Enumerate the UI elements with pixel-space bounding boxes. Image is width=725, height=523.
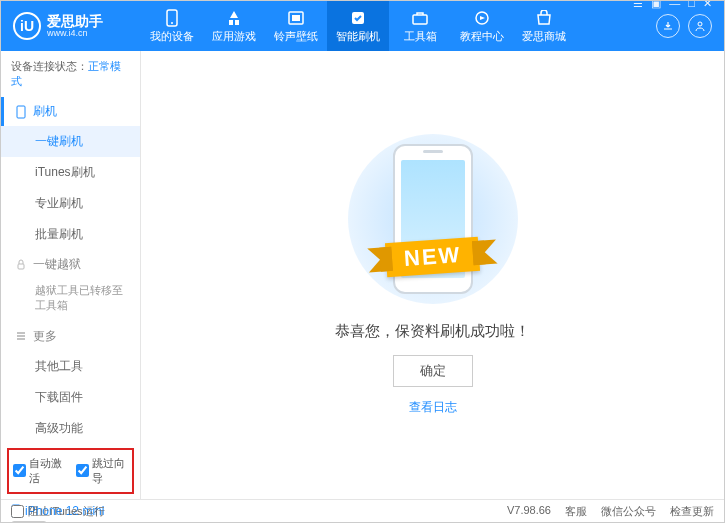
new-ribbon: NEW — [385, 237, 480, 277]
title-bar: iU 爱思助手 www.i4.cn 我的设备 应用游戏 铃声壁纸 智能刷机 工具… — [1, 1, 724, 51]
svg-rect-3 — [292, 15, 300, 21]
logo-area: iU 爱思助手 www.i4.cn — [13, 12, 141, 40]
store-icon — [535, 9, 553, 27]
nav-toolbox[interactable]: 工具箱 — [389, 1, 451, 51]
phone-outline-icon — [15, 105, 27, 119]
close-icon[interactable]: ✕ — [703, 0, 712, 10]
tutorial-icon — [473, 9, 491, 27]
download-button[interactable] — [656, 14, 680, 38]
user-button[interactable] — [688, 14, 712, 38]
sidebar-item-itunes[interactable]: iTunes刷机 — [1, 157, 140, 188]
sidebar-group-jailbreak: 一键越狱 — [1, 250, 140, 279]
nav-my-device[interactable]: 我的设备 — [141, 1, 203, 51]
skin-icon[interactable]: ▣ — [651, 0, 661, 10]
ok-button[interactable]: 确定 — [393, 355, 473, 387]
svg-point-7 — [698, 22, 702, 26]
app-name: 爱思助手 — [47, 14, 103, 28]
maximize-icon[interactable]: □ — [688, 0, 695, 9]
sidebar-group-more[interactable]: 更多 — [1, 322, 140, 351]
app-site: www.i4.cn — [47, 28, 103, 38]
apps-icon — [225, 9, 243, 27]
logo-icon: iU — [13, 12, 41, 40]
jailbreak-note: 越狱工具已转移至工具箱 — [1, 279, 140, 322]
minimize-icon[interactable]: — — [669, 0, 680, 9]
update-link[interactable]: 检查更新 — [670, 504, 714, 519]
toolbox-icon — [411, 9, 429, 27]
sidebar-item-firmware[interactable]: 下载固件 — [1, 382, 140, 413]
sidebar-item-batch[interactable]: 批量刷机 — [1, 219, 140, 250]
window-controls: ☰ ▣ — □ ✕ — [633, 0, 712, 10]
lock-icon — [15, 259, 27, 271]
options-box: 自动激活 跳过向导 — [7, 448, 134, 494]
flash-icon — [349, 9, 367, 27]
checkbox-block-itunes[interactable]: 阻止iTunes运行 — [11, 504, 105, 519]
service-link[interactable]: 客服 — [565, 504, 587, 519]
svg-rect-8 — [17, 106, 25, 118]
phone-icon — [163, 9, 181, 27]
nav-flash[interactable]: 智能刷机 — [327, 1, 389, 51]
success-illustration: NEW — [333, 134, 533, 304]
checkbox-auto-activate[interactable]: 自动激活 — [13, 456, 66, 486]
more-icon — [15, 330, 27, 342]
wallpaper-icon — [287, 9, 305, 27]
wechat-link[interactable]: 微信公众号 — [601, 504, 656, 519]
sidebar-item-pro[interactable]: 专业刷机 — [1, 188, 140, 219]
menu-icon[interactable]: ☰ — [633, 0, 643, 10]
connection-status: 设备连接状态：正常模式 — [1, 51, 140, 97]
svg-rect-5 — [413, 15, 427, 24]
sidebar-group-flash[interactable]: 刷机 — [1, 97, 140, 126]
sidebar-item-other[interactable]: 其他工具 — [1, 351, 140, 382]
sidebar: 设备连接状态：正常模式 刷机 一键刷机 iTunes刷机 专业刷机 批量刷机 一… — [1, 51, 141, 499]
nav-ringtones[interactable]: 铃声壁纸 — [265, 1, 327, 51]
main-nav: 我的设备 应用游戏 铃声壁纸 智能刷机 工具箱 教程中心 爱思商城 — [141, 1, 633, 51]
main-content: NEW 恭喜您，保资料刷机成功啦！ 确定 查看日志 — [141, 51, 724, 499]
view-log-link[interactable]: 查看日志 — [409, 399, 457, 416]
nav-apps[interactable]: 应用游戏 — [203, 1, 265, 51]
svg-rect-9 — [18, 264, 24, 269]
nav-tutorials[interactable]: 教程中心 — [451, 1, 513, 51]
sidebar-item-advanced[interactable]: 高级功能 — [1, 413, 140, 444]
svg-point-1 — [171, 22, 173, 24]
success-message: 恭喜您，保资料刷机成功啦！ — [335, 322, 530, 341]
sidebar-item-oneclick[interactable]: 一键刷机 — [1, 126, 140, 157]
nav-store[interactable]: 爱思商城 — [513, 1, 575, 51]
checkbox-skip-guide[interactable]: 跳过向导 — [76, 456, 129, 486]
version-label: V7.98.66 — [507, 504, 551, 519]
